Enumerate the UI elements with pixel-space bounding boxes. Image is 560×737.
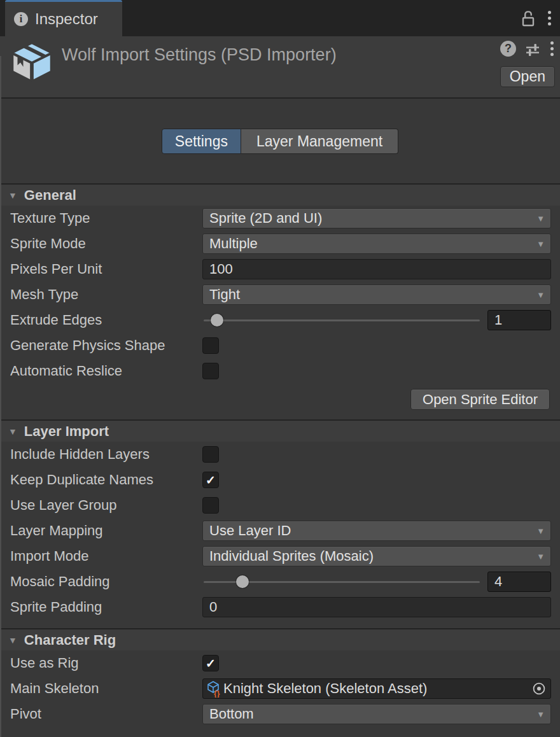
row-sprite-padding: Sprite Padding (0, 594, 560, 620)
row-keep-duplicate-names: Keep Duplicate Names ✓ (0, 467, 560, 493)
row-use-as-rig: Use as Rig ✓ (0, 650, 560, 676)
section-general: ▼ General Texture Type Sprite (2D and UI… (0, 183, 560, 419)
mesh-type-dropdown[interactable]: Tight ▼ (202, 284, 551, 305)
section-layer-import: ▼ Layer Import Include Hidden Layers Kee… (0, 419, 560, 628)
tab-inspector[interactable]: i Inspector (5, 0, 122, 36)
include-hidden-layers-checkbox[interactable] (202, 446, 219, 463)
tab-inspector-label: Inspector (35, 10, 98, 28)
section-character-rig-title: Character Rig (24, 632, 116, 649)
texture-type-label: Texture Type (10, 210, 202, 227)
section-general-header[interactable]: ▼ General (0, 185, 560, 206)
texture-type-value: Sprite (2D and UI) (209, 210, 322, 227)
section-character-rig-header[interactable]: ▼ Character Rig (0, 629, 560, 650)
automatic-reslice-checkbox[interactable] (202, 363, 219, 379)
importer-title: Wolf Import Settings (PSD Importer) (62, 45, 337, 65)
section-layer-import-header[interactable]: ▼ Layer Import (0, 421, 560, 442)
foldout-icon: ▼ (8, 190, 17, 200)
row-generate-physics-shape: Generate Physics Shape (0, 333, 560, 358)
slider-knob[interactable] (236, 575, 249, 588)
tab-layer-management[interactable]: Layer Management (241, 129, 398, 154)
dropdown-arrow-icon: ▼ (536, 239, 545, 249)
tab-menu-icon[interactable] (547, 10, 552, 27)
header-menu-icon[interactable] (549, 40, 555, 57)
import-mode-dropdown[interactable]: Individual Sprites (Mosaic) ▼ (202, 546, 551, 566)
slider-knob[interactable] (211, 314, 223, 326)
checkmark-icon: ✓ (206, 657, 216, 670)
use-layer-group-checkbox[interactable] (202, 497, 219, 514)
checkmark-icon: ✓ (206, 474, 216, 486)
window-tab-bar: i Inspector (0, 0, 560, 36)
section-general-title: General (24, 187, 76, 204)
presets-icon[interactable] (524, 41, 541, 57)
importer-header: Wolf Import Settings (PSD Importer) ? Op… (0, 36, 560, 99)
foldout-icon: ▼ (8, 635, 17, 645)
extrude-edges-slider[interactable] (202, 310, 481, 330)
mosaic-padding-slider[interactable] (202, 572, 481, 592)
use-as-rig-label: Use as Rig (10, 655, 202, 671)
row-include-hidden-layers: Include Hidden Layers (0, 442, 560, 467)
row-main-skeleton: Main Skeleton {} Knight Skeleton (Skelet… (0, 676, 560, 701)
main-skeleton-object-field[interactable]: {} Knight Skeleton (Skeleton Asset) (202, 678, 551, 699)
row-import-mode: Import Mode Individual Sprites (Mosaic) … (0, 544, 560, 569)
mosaic-padding-input[interactable] (487, 572, 551, 592)
main-skeleton-value: Knight Skeleton (Skeleton Asset) (223, 680, 427, 697)
psd-importer-icon (9, 39, 55, 89)
texture-type-dropdown[interactable]: Sprite (2D and UI) ▼ (202, 208, 551, 228)
pixels-per-unit-input[interactable] (202, 259, 551, 279)
generate-physics-shape-checkbox[interactable] (202, 337, 219, 354)
dropdown-arrow-icon: ▼ (536, 214, 545, 223)
row-use-layer-group: Use Layer Group (0, 493, 560, 518)
pivot-dropdown[interactable]: Bottom ▼ (202, 704, 551, 724)
unlock-icon[interactable] (520, 10, 536, 27)
keep-duplicate-names-label: Keep Duplicate Names (10, 472, 202, 488)
import-mode-value: Individual Sprites (Mosaic) (209, 548, 374, 565)
tab-settings[interactable]: Settings (162, 129, 241, 154)
pixels-per-unit-label: Pixels Per Unit (10, 261, 202, 277)
row-sprite-mode: Sprite Mode Multiple ▼ (0, 231, 560, 256)
help-icon[interactable]: ? (500, 41, 516, 57)
sprite-mode-dropdown[interactable]: Multiple ▼ (202, 234, 551, 254)
mesh-type-label: Mesh Type (10, 286, 202, 303)
row-layer-mapping: Layer Mapping Use Layer ID ▼ (0, 518, 560, 544)
extrude-edges-label: Extrude Edges (10, 312, 202, 328)
dropdown-arrow-icon: ▼ (536, 552, 545, 561)
sprite-padding-input[interactable] (202, 597, 551, 617)
open-sprite-editor-button[interactable]: Open Sprite Editor (410, 389, 550, 410)
info-icon: i (14, 12, 28, 26)
row-mosaic-padding: Mosaic Padding (0, 569, 560, 594)
row-mesh-type: Mesh Type Tight ▼ (0, 282, 560, 307)
object-picker-icon[interactable] (532, 682, 546, 696)
include-hidden-layers-label: Include Hidden Layers (10, 446, 202, 463)
mosaic-padding-label: Mosaic Padding (10, 573, 202, 590)
row-texture-type: Texture Type Sprite (2D and UI) ▼ (0, 206, 560, 231)
row-automatic-reslice: Automatic Reslice (0, 358, 560, 384)
section-layer-import-title: Layer Import (24, 423, 109, 440)
import-mode-label: Import Mode (10, 548, 202, 565)
dropdown-arrow-icon: ▼ (536, 526, 545, 536)
section-character-rig: ▼ Character Rig Use as Rig ✓ Main Skelet… (0, 628, 560, 727)
sprite-mode-value: Multiple (209, 235, 258, 252)
row-extrude-edges: Extrude Edges (0, 307, 560, 333)
mode-tab-group: Settings Layer Management (0, 99, 560, 183)
row-pixels-per-unit: Pixels Per Unit (0, 256, 560, 282)
main-skeleton-label: Main Skeleton (10, 680, 202, 697)
dock-edge (0, 56, 1, 737)
use-layer-group-label: Use Layer Group (10, 497, 202, 514)
pivot-label: Pivot (10, 706, 202, 722)
keep-duplicate-names-checkbox[interactable]: ✓ (202, 472, 219, 488)
dropdown-arrow-icon: ▼ (536, 290, 545, 300)
svg-text:{}: {} (214, 689, 220, 698)
foldout-icon: ▼ (8, 426, 17, 437)
slider-track[interactable] (204, 319, 480, 321)
mesh-type-value: Tight (209, 286, 240, 303)
layer-mapping-dropdown[interactable]: Use Layer ID ▼ (202, 521, 551, 541)
pivot-value: Bottom (209, 706, 254, 722)
row-pivot: Pivot Bottom ▼ (0, 701, 560, 727)
open-button[interactable]: Open (500, 66, 555, 87)
generate-physics-shape-label: Generate Physics Shape (10, 337, 202, 354)
use-as-rig-checkbox[interactable]: ✓ (202, 655, 219, 671)
sprite-padding-label: Sprite Padding (10, 599, 202, 615)
sprite-mode-label: Sprite Mode (10, 235, 202, 252)
extrude-edges-input[interactable] (487, 310, 551, 330)
layer-mapping-label: Layer Mapping (10, 523, 202, 539)
